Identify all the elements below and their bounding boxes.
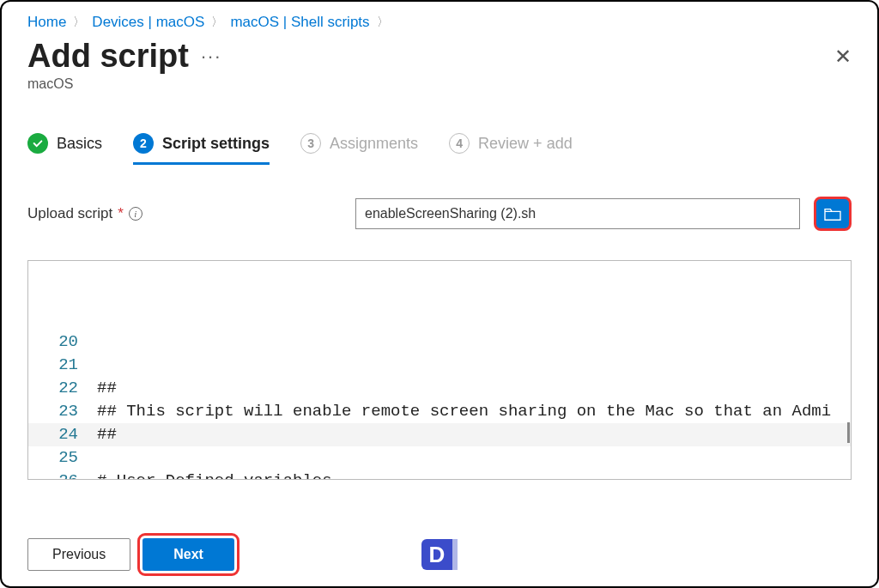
code-line: 21 (28, 354, 851, 377)
wizard-footer: Previous Next D (27, 538, 852, 571)
tab-basics[interactable]: Basics (27, 133, 102, 165)
line-number: 22 (28, 377, 97, 400)
check-icon (27, 133, 48, 154)
code-text: ## This script will enable remote screen… (97, 400, 831, 423)
code-text: # User Defined variables (97, 470, 332, 480)
tab-label: Review + add (478, 135, 573, 153)
chevron-right-icon: 〉 (377, 15, 389, 30)
code-text: ## (97, 377, 117, 400)
upload-script-label: Upload script (27, 205, 112, 222)
required-asterisk: * (118, 205, 124, 222)
line-number: 21 (28, 354, 97, 377)
code-text: ## (97, 423, 117, 446)
line-number: 25 (28, 446, 97, 470)
brand-bar (452, 539, 458, 570)
code-line: 23## This script will enable remote scre… (28, 400, 851, 423)
line-number: 20 (28, 330, 97, 354)
brand-letter: D (421, 539, 452, 570)
breadcrumb: Home 〉 Devices | macOS 〉 macOS | Shell s… (27, 14, 852, 31)
tab-review[interactable]: 4 Review + add (449, 133, 573, 165)
step-number: 4 (449, 133, 470, 154)
code-line: 20 (28, 330, 851, 354)
close-icon[interactable]: ✕ (834, 45, 852, 69)
tab-label: Assignments (330, 135, 418, 153)
folder-icon (823, 206, 842, 221)
breadcrumb-home[interactable]: Home (27, 14, 66, 31)
code-line: 25 (28, 446, 851, 470)
browse-file-button[interactable] (814, 197, 852, 231)
line-number: 23 (28, 400, 97, 423)
tab-assignments[interactable]: 3 Assignments (300, 133, 418, 165)
breadcrumb-scripts[interactable]: macOS | Shell scripts (230, 14, 369, 31)
tab-label: Basics (57, 135, 102, 153)
previous-button[interactable]: Previous (27, 538, 130, 571)
more-icon[interactable]: ··· (201, 45, 221, 68)
code-line: 26# User Defined variables (28, 470, 851, 480)
tab-label: Script settings (162, 135, 270, 153)
tab-script-settings[interactable]: 2 Script settings (133, 133, 270, 165)
wizard-tabs: Basics 2 Script settings 3 Assignments 4… (27, 133, 852, 166)
line-number: 24 (28, 423, 97, 446)
script-filename-input[interactable]: enableScreenSharing (2).sh (355, 198, 800, 229)
filename-value: enableScreenSharing (2).sh (365, 206, 536, 221)
chevron-right-icon: 〉 (211, 15, 223, 30)
scrollbar-thumb[interactable] (847, 422, 850, 443)
breadcrumb-devices[interactable]: Devices | macOS (92, 14, 204, 31)
page-title: Add script (27, 38, 189, 75)
next-button[interactable]: Next (142, 538, 234, 571)
info-icon[interactable]: i (129, 207, 142, 221)
step-number: 2 (133, 133, 154, 154)
page-subtitle: macOS (27, 76, 852, 92)
line-number: 26 (28, 470, 97, 480)
step-number: 3 (300, 133, 321, 154)
script-preview[interactable]: 202122##23## This script will enable rem… (27, 260, 852, 480)
chevron-right-icon: 〉 (73, 15, 85, 30)
brand-logo: D (421, 539, 458, 570)
code-line: 22## (28, 377, 851, 400)
code-line: 24## (28, 423, 851, 446)
